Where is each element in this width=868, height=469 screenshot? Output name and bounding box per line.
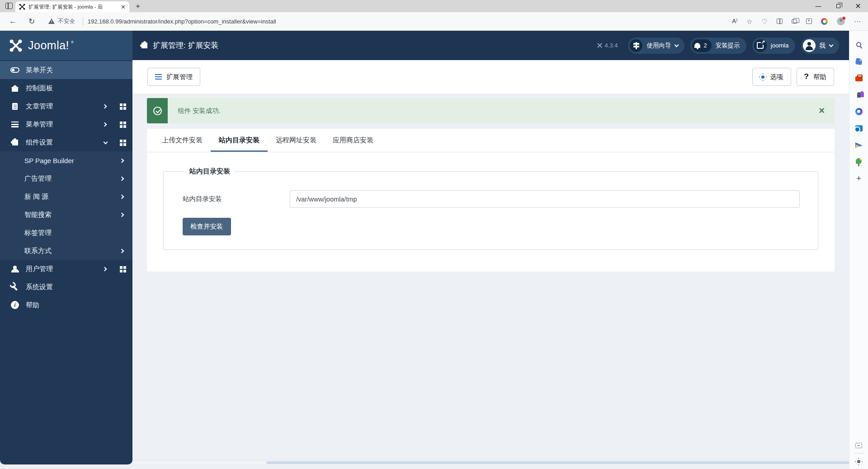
sidebar-item-menu-toggle[interactable]: 菜单开关 (0, 61, 132, 79)
tab-install-from-folder[interactable]: 站内目录安装 (211, 129, 268, 152)
sidebar-subitem-sp-page-builder[interactable]: SP Page Builder (0, 151, 132, 169)
outlook-icon[interactable] (849, 120, 868, 136)
help-button[interactable]: ? 帮助 (797, 68, 834, 86)
external-link-icon (754, 39, 767, 52)
tab-upload-package[interactable]: 上传文件安装 (154, 129, 211, 152)
check-and-install-button[interactable]: 检查并安装 (183, 218, 231, 235)
browser-essentials-icon[interactable]: ♡ (762, 18, 768, 25)
rewards-icon[interactable] (821, 18, 828, 25)
notifications-button[interactable]: 2 安装提示 (690, 38, 746, 54)
chevron-right-icon (120, 176, 124, 181)
back-button[interactable]: ← (9, 17, 17, 26)
games-icon[interactable] (849, 86, 868, 103)
sidebar-item-help[interactable]: i 帮助 (0, 296, 132, 314)
tab-install-from-web[interactable]: 应用商店安装 (325, 129, 382, 152)
user-menu-label: 我 (820, 42, 826, 50)
sidebar-item-label: 帮助 (26, 301, 39, 310)
manage-extensions-button[interactable]: 扩展管理 (147, 68, 200, 86)
user-menu-button[interactable]: 我 (801, 38, 840, 54)
window-close-button[interactable]: ✕ (848, 0, 868, 12)
horizontal-scrollbar[interactable] (132, 460, 868, 464)
home-icon (10, 85, 20, 92)
favorites-star-icon[interactable]: ☆ (746, 18, 752, 25)
browser-tab[interactable]: 扩展管理: 扩展安装 - joomla - 后 ✕ (15, 1, 129, 12)
add-sidebar-item-icon[interactable]: + (849, 170, 868, 187)
tab-search-icon[interactable] (5, 3, 13, 9)
joomla-favicon (19, 4, 25, 10)
question-mark-icon: ? (804, 72, 809, 81)
sidebar-item-components[interactable]: 组件设置 (0, 133, 132, 151)
sidebar-subitem-contacts[interactable]: 联系方式 (0, 242, 132, 260)
sidebar-item-label: 控制面板 (26, 84, 53, 93)
joomla-logo[interactable]: Joomla!® (0, 31, 132, 60)
split-screen-icon[interactable] (777, 19, 783, 24)
settings-more-icon[interactable]: ⋯ (854, 18, 861, 25)
chevron-down-icon (829, 42, 834, 47)
web-capture-icon[interactable] (806, 19, 812, 24)
main-content: 扩展管理 选项 ? 帮助 组件 安装成功. × 上传文件安装 站内目录安装 远程… (132, 60, 849, 464)
grow-icon[interactable] (849, 153, 868, 170)
person-icon (803, 39, 816, 52)
alert-message: 组件 安装成功. (168, 98, 819, 123)
sidebar-item-users[interactable]: 用户管理 (0, 260, 132, 278)
sidebar-item-control-panel[interactable]: 控制面板 (0, 79, 132, 97)
microsoft-365-icon[interactable] (849, 103, 868, 120)
check-circle-icon (153, 107, 162, 115)
sidebar-item-menus[interactable]: 菜单管理 (0, 115, 132, 133)
install-folder-label: 站内目录安装 (183, 195, 290, 203)
new-tab-button[interactable]: + (136, 2, 140, 11)
sidebar-settings-gear-icon[interactable] (857, 460, 860, 463)
address-url[interactable]: 192.168.0.99/administrator/index.php?opt… (88, 18, 276, 25)
sidebar-item-label: 用户管理 (26, 265, 53, 273)
tab-close-icon[interactable]: ✕ (121, 4, 126, 10)
list-icon (10, 122, 20, 127)
gear-icon (761, 75, 764, 79)
shopping-icon[interactable] (849, 53, 868, 70)
grid-icon[interactable] (120, 140, 123, 142)
sidebar-search-icon[interactable] (849, 36, 868, 53)
wrench-icon (10, 283, 20, 291)
sidebar-subitem-tags[interactable]: 标签管理 (0, 224, 132, 242)
read-aloud-icon[interactable]: A) (732, 18, 737, 24)
grid-icon[interactable] (120, 122, 123, 124)
alert-close-button[interactable]: × (819, 98, 835, 123)
options-button[interactable]: 选项 (752, 68, 791, 86)
window-minimize-button[interactable]: — (808, 0, 828, 12)
grid-icon[interactable] (120, 103, 123, 106)
sidebar-item-label: 新 闻 源 (24, 192, 48, 201)
chevron-down-icon (675, 42, 679, 47)
joomla-x-icon (9, 39, 23, 52)
grid-icon[interactable] (120, 266, 123, 269)
installer-card: 上传文件安装 站内目录安装 远程网址安装 应用商店安装 站内目录安装 站内目录安… (147, 129, 835, 272)
chevron-right-icon (120, 249, 124, 253)
drop-icon[interactable] (849, 136, 868, 153)
page-title-puzzle-icon (142, 42, 147, 48)
guided-tour-button[interactable]: 使用向导 (628, 38, 684, 54)
window-restore-button[interactable] (828, 0, 848, 12)
sidebar-item-system[interactable]: 系统设置 (0, 278, 132, 296)
sidebar-item-label: 菜单开关 (26, 66, 53, 75)
install-folder-fieldset: 站内目录安装 站内目录安装 检查并安装 (163, 167, 818, 250)
screenshot-tool-icon[interactable]: ✂ (855, 443, 862, 448)
collections-icon[interactable] (792, 19, 797, 23)
profile-avatar[interactable] (837, 17, 845, 25)
install-folder-input[interactable] (290, 190, 800, 208)
sidebar-item-label: 文章管理 (26, 102, 53, 111)
tab-install-from-url[interactable]: 远程网址安装 (268, 129, 325, 152)
refresh-button[interactable]: ↻ (28, 17, 35, 26)
preview-site-button[interactable]: joomla (752, 38, 795, 54)
sidebar-subitem-banners[interactable]: 广告管理 (0, 169, 132, 188)
restore-icon (836, 4, 840, 8)
chevron-right-icon (103, 267, 107, 271)
browser-toolbar: ← ↻ 不安全 192.168.0.99/administrator/index… (0, 12, 868, 31)
scrollbar-thumb[interactable] (266, 461, 868, 464)
sidebar-item-label: 广告管理 (24, 174, 52, 183)
options-label: 选项 (770, 73, 783, 81)
sidebar-item-articles[interactable]: 文章管理 (0, 97, 132, 115)
sidebar-subitem-news-feeds[interactable]: 新 闻 源 (0, 188, 132, 206)
sidebar-subitem-smart-search[interactable]: 智能搜索 (0, 206, 132, 224)
info-icon: i (10, 301, 20, 309)
toggle-icon (10, 67, 20, 73)
site-security-zone[interactable]: 不安全 (48, 17, 88, 25)
toolbox-icon[interactable] (849, 70, 868, 86)
